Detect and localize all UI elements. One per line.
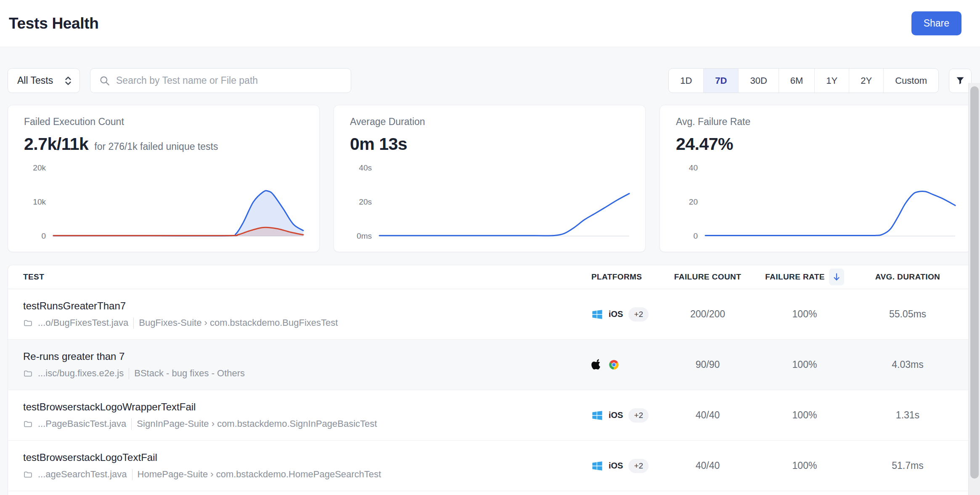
tests-table: TEST PLATFORMS FAILURE COUNT FAILURE RAT… (8, 265, 972, 495)
platforms-cell: iOS+2 (584, 307, 659, 322)
time-range-option-6m[interactable]: 6M (779, 69, 815, 93)
table-body: testRunsGreaterThan7 ...o/BugFixesTest.j… (8, 289, 971, 491)
chart-plot-area (379, 167, 629, 237)
failure-count-cell: 40/40 (659, 410, 757, 421)
platforms-cell: iOS+2 (584, 459, 659, 473)
table-row[interactable]: testRunsGreaterThan7 ...o/BugFixesTest.j… (8, 289, 971, 340)
sparkline-chart: 40 20 0 (676, 167, 955, 237)
funnel-icon (955, 76, 965, 86)
column-header-avg-duration[interactable]: AVG. DURATION (853, 272, 963, 282)
failure-rate-cell: 100% (757, 460, 853, 471)
more-platforms-badge[interactable]: +2 (628, 307, 649, 322)
time-range-group: 1D7D30D6M1Y2YCustom (668, 68, 939, 93)
time-range-option-2y[interactable]: 2Y (849, 69, 883, 93)
test-name[interactable]: testBrowserstackLogoTextFail (23, 452, 584, 463)
avg-duration-cell: 55.05ms (853, 309, 963, 320)
stat-card-title: Failed Execution Count (24, 116, 303, 128)
failure-rate-cell: 100% (757, 309, 853, 320)
folder-icon (23, 369, 33, 378)
suite-path: BStack - bug fixes - Others (134, 368, 245, 379)
test-scope-select[interactable]: All Tests (8, 68, 80, 93)
folder-icon (23, 470, 33, 479)
failure-rate-cell: 100% (757, 359, 853, 370)
failure-count-cell: 200/200 (659, 309, 757, 320)
table-row[interactable]: testBrowserstackLogoWrapperTextFail ...P… (8, 390, 971, 441)
failure-rate-cell: 100% (757, 410, 853, 421)
chart-plot-area (705, 167, 955, 237)
meta-divider (131, 418, 132, 430)
more-platforms-badge[interactable]: +2 (628, 408, 649, 423)
y-axis-ticks: 40 20 0 (676, 167, 698, 237)
chart-plot-area (53, 167, 303, 237)
scrollbar-thumb[interactable] (970, 86, 979, 479)
test-name[interactable]: testRunsGreaterThan7 (23, 300, 584, 312)
stat-card-value: 2.7k/11k (24, 134, 88, 154)
y-axis-tick: 0 (693, 232, 698, 241)
sparkline-chart: 40s 20s 0ms (350, 167, 629, 237)
time-range-option-custom[interactable]: Custom (883, 69, 938, 93)
stat-card: Failed Execution Count 2.7k/11k for 276/… (8, 105, 320, 252)
windows-icon (591, 410, 603, 421)
stat-card-title: Average Duration (350, 116, 629, 128)
table-row[interactable]: Re-runs greater than 7 ...isc/bug.fixes.… (8, 340, 971, 390)
avg-duration-cell: 1.31s (853, 410, 963, 421)
y-axis-tick: 40s (359, 163, 372, 173)
meta-divider (129, 368, 129, 379)
stat-card: Avg. Failure Rate 24.47% 40 20 0 (660, 105, 972, 252)
suite-path: SignInPage-Suite › com.bstackdemo.SignIn… (137, 418, 377, 429)
page-header: Tests Health Share (0, 0, 980, 47)
search-input[interactable] (116, 75, 342, 86)
file-path: ...o/BugFixesTest.java (38, 317, 128, 328)
ios-platform-label: iOS (609, 309, 623, 319)
column-header-failure-rate[interactable]: FAILURE RATE (757, 269, 853, 285)
file-path: ...ageSearchTest.java (38, 469, 127, 480)
chrome-icon (608, 359, 620, 370)
stat-cards-row: Failed Execution Count 2.7k/11k for 276/… (8, 105, 972, 252)
stat-card: Average Duration 0m 13s 40s 20s 0ms (334, 105, 646, 252)
sparkline-chart: 20k 10k 0 (24, 167, 303, 237)
apple-icon (591, 359, 603, 370)
more-platforms-badge[interactable]: +2 (628, 459, 649, 473)
column-header-platforms[interactable]: PLATFORMS (584, 272, 659, 282)
table-header-row: TEST PLATFORMS FAILURE COUNT FAILURE RAT… (8, 265, 971, 289)
windows-icon (591, 309, 603, 320)
y-axis-tick: 10k (33, 197, 46, 207)
time-range-option-1y[interactable]: 1Y (814, 69, 849, 93)
scrollbar-track[interactable] (968, 83, 980, 495)
platforms-cell (584, 359, 659, 370)
sort-descending-icon[interactable] (829, 269, 844, 285)
folder-icon (23, 419, 33, 429)
column-header-failure-count[interactable]: FAILURE COUNT (659, 272, 757, 282)
time-range-option-30d[interactable]: 30D (738, 69, 778, 93)
y-axis-ticks: 20k 10k 0 (24, 167, 46, 237)
stat-card-value: 0m 13s (350, 134, 407, 154)
meta-divider (132, 469, 132, 480)
y-axis-ticks: 40s 20s 0ms (350, 167, 372, 237)
stat-card-title: Avg. Failure Rate (676, 116, 955, 128)
avg-duration-cell: 51.7ms (853, 460, 963, 471)
stat-card-value: 24.47% (676, 134, 733, 154)
avg-duration-cell: 4.03ms (853, 359, 963, 370)
search-icon (99, 75, 110, 86)
test-name[interactable]: Re-runs greater than 7 (23, 351, 584, 362)
failure-count-cell: 90/90 (659, 359, 757, 370)
windows-icon (591, 460, 603, 472)
partial-next-row (8, 491, 971, 495)
y-axis-tick: 20k (33, 163, 46, 173)
folder-icon (23, 318, 33, 328)
test-name[interactable]: testBrowserstackLogoWrapperTextFail (23, 401, 584, 413)
platforms-cell: iOS+2 (584, 408, 659, 423)
chart-series-avg-failure-rate-pct (705, 192, 955, 236)
meta-divider (133, 317, 134, 329)
search-box (90, 68, 351, 93)
select-updown-chevron-icon (64, 75, 73, 87)
y-axis-tick: 20 (689, 197, 698, 207)
file-path: ...isc/bug.fixes.e2e.js (38, 368, 124, 379)
share-button[interactable]: Share (911, 11, 961, 35)
time-range-option-1d[interactable]: 1D (669, 69, 703, 93)
chart-series-avg-duration-seconds (379, 194, 629, 236)
column-header-test[interactable]: TEST (23, 272, 584, 282)
y-axis-tick: 20s (359, 197, 372, 207)
table-row[interactable]: testBrowserstackLogoTextFail ...ageSearc… (8, 441, 971, 491)
time-range-option-7d[interactable]: 7D (703, 69, 738, 93)
